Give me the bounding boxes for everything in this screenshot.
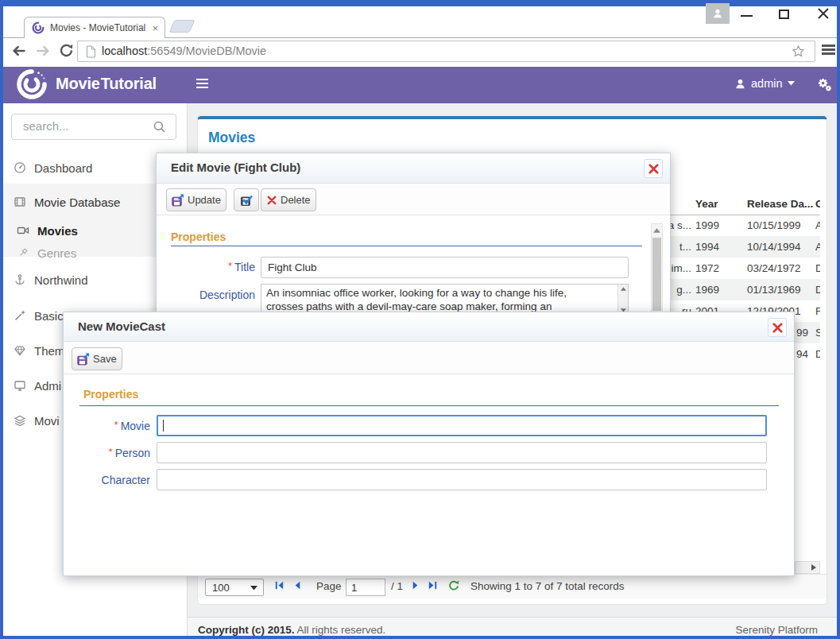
description-field-textarea[interactable]: An insomniac office worker, looking for … (261, 284, 629, 316)
cast-dialog-titlebar[interactable]: New MovieCast (64, 312, 794, 342)
last-page-button[interactable] (427, 579, 439, 594)
maximize-button[interactable] (779, 10, 789, 19)
page-label: Page (316, 580, 342, 592)
movie-field-input[interactable] (157, 415, 767, 436)
scroll-right-icon (811, 564, 817, 571)
cast-dialog-toolbar: Save (64, 342, 794, 374)
first-page-button[interactable] (273, 579, 285, 594)
sidebar-search[interactable]: search... (11, 114, 176, 140)
sidebar-toggle-icon[interactable] (196, 79, 208, 88)
col-header-genre[interactable]: Genre (815, 198, 820, 210)
refresh-icon[interactable] (447, 579, 460, 595)
film-icon (14, 196, 26, 208)
browser-window: Movies - MovieTutorial × localhost:56549… (0, 0, 840, 639)
properties-section-line (79, 405, 779, 406)
dashboard-icon (14, 161, 26, 174)
tab-title: Movies - MovieTutorial (50, 22, 145, 33)
settings-gears-icon[interactable] (817, 77, 832, 95)
footer-platform: Serenity Platform (735, 624, 818, 636)
sidebar-item-administration[interactable]: Admi (14, 375, 61, 396)
back-button[interactable] (11, 43, 27, 62)
prev-page-button[interactable] (292, 579, 304, 594)
diamond-icon (14, 344, 26, 357)
scrollbar-thumb[interactable] (652, 238, 661, 311)
forward-button[interactable] (35, 43, 51, 62)
person-field-input[interactable] (157, 442, 767, 463)
select-caret-icon (250, 586, 257, 591)
user-menu[interactable]: admin (734, 77, 795, 90)
save-icon (172, 194, 184, 207)
page-title: Movies (208, 130, 255, 146)
person-field-label: *Person (64, 447, 150, 459)
character-field-input[interactable] (157, 469, 767, 490)
app-navbar: MovieTutorial admin (3, 67, 837, 103)
pager-status: Showing 1 to 7 of 7 total records (470, 580, 625, 592)
sidebar-item-dashboard[interactable]: Dashboard (14, 157, 92, 178)
grid-hscrollbar[interactable] (795, 561, 820, 574)
address-bar[interactable]: localhost:56549/MovieDB/Movie (77, 41, 815, 62)
save-icon (77, 353, 90, 366)
edit-dialog-titlebar[interactable]: Edit Movie (Fight Club) (157, 153, 670, 184)
cast-dialog-close-button[interactable] (768, 318, 787, 337)
next-page-button[interactable] (409, 579, 421, 594)
browser-tab[interactable]: Movies - MovieTutorial × (24, 17, 165, 38)
monitor-icon (14, 379, 26, 392)
profile-avatar[interactable] (706, 3, 730, 24)
sidebar-item-movies[interactable]: Movies (17, 220, 78, 241)
search-placeholder: search... (23, 119, 69, 133)
text-caret (163, 420, 164, 432)
character-field-label: Character (64, 474, 150, 486)
favicon (32, 21, 45, 34)
edit-dialog-toolbar: Update Delete (157, 184, 670, 215)
app-logo[interactable] (16, 68, 48, 103)
minimize-button[interactable] (741, 15, 753, 17)
page-number-input[interactable] (346, 579, 385, 596)
caret-down-icon (788, 81, 795, 86)
video-camera-icon (17, 224, 29, 237)
anchor-icon (14, 273, 26, 286)
col-header-release-date[interactable]: Release Da... (747, 198, 813, 210)
url-text: localhost:56549/MovieDB/Movie (102, 45, 266, 57)
close-icon (772, 323, 783, 333)
sidebar-item-movie[interactable]: Movi (14, 410, 60, 431)
col-header-year[interactable]: Year (695, 198, 718, 210)
footer-copyright: Copyright (c) 2015. All rights reserved. (198, 624, 385, 636)
sidebar-item-theme-samples[interactable]: Them (14, 340, 64, 361)
properties-section-title: Properties (83, 388, 138, 401)
save-button[interactable]: Save (72, 347, 122, 370)
movie-field-label: *Movie (64, 420, 150, 432)
title-field-label: *Title (157, 261, 255, 273)
bookmark-star-icon[interactable] (792, 45, 805, 61)
footer: Copyright (c) 2015. All rights reserved.… (188, 617, 837, 636)
sidebar-item-genres[interactable]: Genres (17, 242, 76, 263)
cast-dialog-title: New MovieCast (78, 320, 165, 333)
grid-pager: 100 Page / 1 Showing 1 to 7 of 7 total r… (198, 574, 826, 598)
browser-chrome: Movies - MovieTutorial × localhost:56549… (3, 6, 837, 67)
textarea-scrollbar[interactable] (617, 285, 628, 315)
layers-icon (14, 414, 26, 427)
delete-button[interactable]: Delete (261, 188, 316, 211)
tab-close-icon[interactable]: × (152, 22, 158, 34)
page-size-select[interactable]: 100 (205, 579, 264, 596)
browser-menu-icon[interactable] (822, 45, 835, 55)
update-button[interactable]: Update (166, 188, 226, 211)
sidebar-item-movie-database[interactable]: Movie Database (14, 192, 120, 212)
close-button[interactable] (817, 7, 830, 23)
sidebar-item-basic-samples[interactable]: Basic (14, 305, 64, 326)
edit-dialog-close-button[interactable] (644, 159, 663, 178)
new-moviecast-dialog: New MovieCast Save Properties *Movie *Pe… (63, 312, 795, 576)
title-field-input[interactable] (261, 257, 629, 278)
properties-section-title: Properties (171, 230, 226, 243)
apply-changes-button[interactable] (234, 188, 259, 211)
edit-dialog-title: Edit Movie (Fight Club) (171, 161, 300, 174)
properties-section-line (171, 246, 642, 246)
pin-icon (17, 246, 29, 259)
delete-icon (266, 195, 277, 206)
sidebar-item-northwind[interactable]: Northwind (14, 269, 88, 290)
search-icon (153, 120, 166, 137)
new-tab-button[interactable] (168, 20, 195, 33)
reload-button[interactable] (59, 43, 74, 61)
user-name: admin (751, 77, 783, 90)
description-field-label: Description (157, 289, 255, 301)
wand-icon (14, 309, 26, 322)
